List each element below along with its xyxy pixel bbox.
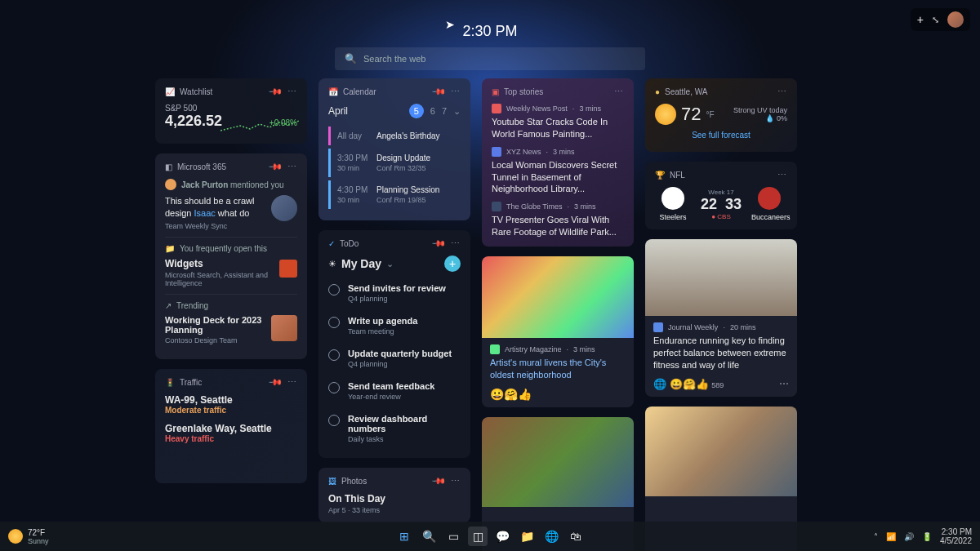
pin-icon[interactable]: 📌 — [430, 236, 446, 251]
more-icon[interactable]: ⋯ — [779, 378, 789, 389]
todo-icon: ✓ — [328, 239, 335, 248]
add-task-button[interactable]: + — [444, 256, 461, 272]
traffic-title: Traffic — [180, 378, 202, 387]
e2-dur: 30 min — [337, 196, 368, 204]
checkbox[interactable] — [328, 317, 340, 328]
more-icon[interactable]: ⋯ — [451, 238, 461, 249]
tb-date[interactable]: 4/5/2022 — [940, 536, 972, 545]
nfl-card[interactable]: 🏆NFL ⋯ Steelers Week 17 22 33 ● CBS Bucc… — [645, 162, 797, 229]
collapse-icon[interactable]: ⤡ — [932, 15, 939, 25]
widgets-button[interactable]: ◫ — [468, 527, 488, 546]
nfl-week: Week 17 — [691, 189, 751, 196]
more-icon[interactable]: ⋯ — [451, 476, 461, 487]
pin-icon[interactable]: 📌 — [267, 159, 283, 175]
checkbox[interactable] — [328, 349, 340, 361]
task-3: Update quarterly budget — [348, 349, 452, 358]
day-3[interactable]: 7 — [442, 106, 447, 116]
search-button[interactable]: 🔍 — [419, 527, 439, 546]
weather-humidity: 0% — [777, 114, 787, 122]
store-button[interactable]: 🛍 — [566, 527, 586, 546]
checkbox[interactable] — [328, 415, 340, 426]
pin-icon[interactable]: 📌 — [267, 84, 283, 100]
taskview-button[interactable]: ▭ — [443, 527, 463, 546]
news-card-3[interactable]: Journal Weekly · 20 mins Endurance runni… — [645, 239, 797, 397]
s3-headline[interactable]: TV Presenter Goes Viral With Rare Footag… — [492, 214, 624, 238]
watchlist-card[interactable]: 📈Watchlist 📌⋯ S&P 500 4,226.52 +0.08% — [155, 78, 307, 144]
more-icon[interactable]: ⋯ — [287, 162, 297, 172]
weather-card[interactable]: ●Seattle, WA ⋯ 72 °F Strong UV today💧 0%… — [645, 78, 797, 152]
pin-icon[interactable]: 📌 — [430, 84, 446, 100]
todo-card[interactable]: ✓ToDo 📌⋯ ☀My Day⌄ + Send invites for rev… — [318, 230, 470, 458]
s1-time: 3 mins — [579, 104, 601, 113]
user-avatar[interactable] — [947, 11, 964, 28]
mention-person: Jack Purton — [181, 180, 228, 189]
e2-time: 4:30 PM — [337, 185, 368, 194]
chevron-down-icon[interactable]: ⌄ — [386, 259, 394, 269]
more-icon[interactable]: ⋯ — [287, 377, 297, 388]
tb-time[interactable]: 2:30 PM — [940, 527, 972, 536]
start-button[interactable]: ⊞ — [394, 527, 414, 546]
day-2[interactable]: 6 — [430, 106, 435, 116]
nfl-title: NFL — [670, 171, 685, 180]
todo-item[interactable]: Send invites for reviewQ4 planning — [328, 277, 461, 309]
sparkline — [220, 116, 301, 139]
avatar-chip — [271, 195, 297, 221]
s1-headline[interactable]: Youtube Star Cracks Code In World Famous… — [492, 116, 624, 140]
traffic-card[interactable]: 🚦Traffic 📌⋯ WA-99, Seattle Moderate traf… — [155, 369, 307, 483]
chevron-up-icon[interactable]: ˄ — [874, 532, 878, 541]
s2-headline[interactable]: Local Woman Discovers Secret Tunnel in B… — [492, 159, 624, 196]
checkbox[interactable] — [328, 382, 340, 393]
e1-time: 3:30 PM — [337, 153, 368, 162]
month-label: April — [328, 105, 348, 117]
todo-item[interactable]: Write up agendaTeam meeting — [328, 309, 461, 342]
chevron-down-icon[interactable]: ⌄ — [453, 106, 461, 117]
team-2-logo — [758, 187, 781, 210]
reaction-icons[interactable]: 🌐 😀🤗👍 589 — [653, 378, 724, 390]
reaction-icons[interactable]: 😀🤗👍 — [490, 388, 532, 401]
todo-item[interactable]: Update quarterly budgetQ4 planning — [328, 342, 461, 375]
calendar-card[interactable]: 📅Calendar 📌⋯ April 5 6 7 ⌄ All dayAngela… — [318, 78, 470, 220]
todo-item[interactable]: Review dashboard numbersDaily tasks — [328, 407, 461, 450]
n3-headline[interactable]: Endurance running key to finding perfect… — [653, 335, 789, 371]
task-4-sub: Year-end review — [348, 393, 434, 401]
search-bar[interactable]: 🔍 Search the web — [335, 47, 645, 70]
topstories-card[interactable]: ▣Top stories ⋯ Weekly News Post · 3 mins… — [482, 78, 634, 247]
explorer-button[interactable]: 📁 — [517, 527, 537, 546]
route-2-status: Heavy traffic — [165, 434, 297, 443]
more-icon[interactable]: ⋯ — [451, 87, 461, 97]
person-icon — [165, 179, 176, 190]
m365-card[interactable]: ◧Microsoft 365 📌⋯ Jack Purton mentioned … — [155, 153, 307, 359]
sun-icon — [8, 529, 23, 544]
pin-icon[interactable]: 📌 — [267, 375, 283, 390]
freq-sub: Microsoft Search, Assistant and Intellig… — [165, 271, 271, 287]
day-selected[interactable]: 5 — [409, 104, 424, 118]
more-icon[interactable]: ⋯ — [777, 87, 787, 97]
n1-headline[interactable]: Artist's mural livens the City's oldest … — [490, 357, 626, 381]
more-icon[interactable]: ⋯ — [614, 87, 624, 97]
route-1-status: Moderate traffic — [165, 406, 297, 415]
todo-item[interactable]: Send team feedbackYear-end review — [328, 375, 461, 407]
n1-source: Artistry Magazine — [505, 345, 562, 353]
cursor-pointer: ➤ — [445, 18, 455, 31]
n3-count: 589 — [711, 381, 724, 389]
battery-icon[interactable]: 🔋 — [922, 532, 932, 541]
wifi-icon[interactable]: 📶 — [886, 532, 896, 541]
forecast-link[interactable]: See full forecast — [692, 131, 751, 140]
edge-button[interactable]: 🌐 — [541, 527, 561, 546]
m365-icon: ◧ — [165, 162, 172, 171]
checkbox[interactable] — [328, 284, 340, 295]
chat-button[interactable]: 💬 — [492, 527, 512, 546]
source-icon — [490, 344, 500, 354]
n3-source: Journal Weekly — [668, 323, 718, 331]
add-widget-icon[interactable]: + — [917, 13, 924, 26]
taskbar-weather[interactable]: 72°FSunny — [8, 528, 49, 545]
photos-heading: On This Day — [328, 493, 461, 504]
pin-icon[interactable]: 📌 — [430, 473, 446, 489]
s1-source: Weekly News Post — [506, 104, 568, 113]
photos-card[interactable]: 🖼Photos 📌⋯ On This Day Apr 5 · 33 items — [318, 468, 470, 522]
volume-icon[interactable]: 🔊 — [904, 532, 914, 541]
more-icon[interactable]: ⋯ — [287, 87, 297, 97]
more-icon[interactable]: ⋯ — [777, 170, 787, 180]
calendar-icon: 📅 — [328, 87, 338, 96]
news-card-1[interactable]: Artistry Magazine · 3 mins Artist's mura… — [482, 256, 634, 407]
